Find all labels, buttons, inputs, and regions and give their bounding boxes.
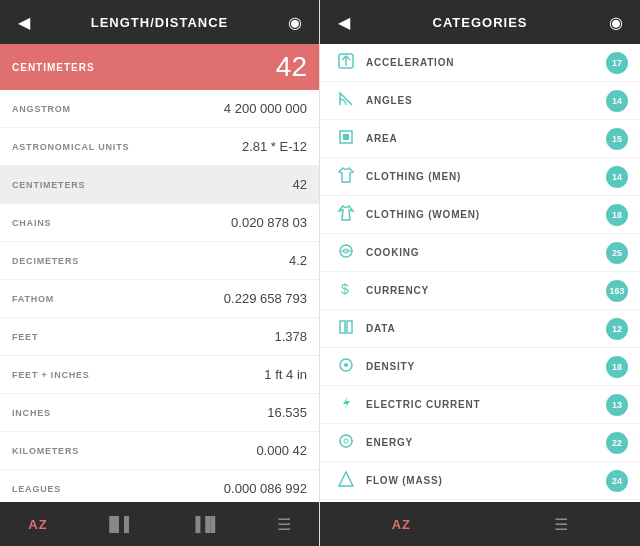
- category-badge: 18: [606, 204, 628, 226]
- svg-point-11: [344, 363, 348, 367]
- back-button-left[interactable]: ◀: [12, 13, 36, 32]
- category-name: CURRENCY: [360, 285, 606, 296]
- back-button-right[interactable]: ◀: [332, 13, 356, 32]
- left-panel: ◀ LENGTH/DISTANCE ◉ CENTIMETERS 42 ANGST…: [0, 0, 320, 546]
- conversion-row[interactable]: FEET + INCHES 1 ft 4 in: [0, 356, 319, 394]
- category-badge: 14: [606, 166, 628, 188]
- conversion-unit-name: FEET: [12, 332, 38, 342]
- category-row[interactable]: $ CURRENCY 163: [320, 272, 640, 310]
- right-panel: ◀ CATEGORIES ◉ ACCELERATION 17 ANGLES 14…: [320, 0, 640, 546]
- conversion-list: ANGSTROM 4 200 000 000 ASTRONOMICAL UNIT…: [0, 90, 319, 502]
- conversion-row[interactable]: CENTIMETERS 42: [0, 166, 319, 204]
- svg-point-12: [340, 435, 352, 447]
- active-unit-row[interactable]: CENTIMETERS 42: [0, 44, 319, 90]
- conversion-unit-name: INCHES: [12, 408, 51, 418]
- left-title: LENGTH/DISTANCE: [36, 15, 283, 30]
- category-badge: 22: [606, 432, 628, 454]
- category-badge: 18: [606, 356, 628, 378]
- category-badge: 13: [606, 394, 628, 416]
- conversion-row[interactable]: KILOMETERS 0.000 42: [0, 432, 319, 470]
- bar-chart2-icon-left[interactable]: ▐▐▌: [190, 516, 220, 532]
- bar-chart-icon-left[interactable]: ▐▌▌: [104, 516, 134, 532]
- category-name: DATA: [360, 323, 606, 334]
- acceleration-icon: [332, 52, 360, 74]
- conversion-row[interactable]: ASTRONOMICAL UNITS 2.81 * E-12: [0, 128, 319, 166]
- conversion-row[interactable]: INCHES 16.535: [0, 394, 319, 432]
- category-row[interactable]: FLOW (MASS) 24: [320, 462, 640, 500]
- sort-az-button-right[interactable]: AZ: [392, 517, 411, 532]
- conversion-unit-value: 42: [293, 177, 307, 192]
- data-icon: [332, 318, 360, 340]
- category-badge: 25: [606, 242, 628, 264]
- conversion-unit-name: LEAGUES: [12, 484, 61, 494]
- category-name: AREA: [360, 133, 606, 144]
- category-name: ACCELERATION: [360, 57, 606, 68]
- category-row[interactable]: ANGLES 14: [320, 82, 640, 120]
- info-button-left[interactable]: ◉: [283, 13, 307, 32]
- energy-icon: [332, 432, 360, 454]
- category-row[interactable]: ELECTRIC CURRENT 13: [320, 386, 640, 424]
- conversion-unit-value: 0.000 086 992: [224, 481, 307, 496]
- category-row[interactable]: DATA 12: [320, 310, 640, 348]
- conversion-unit-name: FEET + INCHES: [12, 370, 90, 380]
- conversion-unit-name: CHAINS: [12, 218, 51, 228]
- active-unit-label: CENTIMETERS: [12, 62, 95, 73]
- category-badge: 163: [606, 280, 628, 302]
- category-name: FLOW (MASS): [360, 475, 606, 486]
- categories-list: ACCELERATION 17 ANGLES 14 AREA 15 CLOTHI…: [320, 44, 640, 502]
- cooking-icon: [332, 242, 360, 264]
- svg-rect-9: [347, 321, 352, 333]
- left-header: ◀ LENGTH/DISTANCE ◉: [0, 0, 319, 44]
- conversion-row[interactable]: DECIMETERS 4.2: [0, 242, 319, 280]
- conversion-unit-value: 16.535: [267, 405, 307, 420]
- category-name: CLOTHING (MEN): [360, 171, 606, 182]
- conversion-row[interactable]: FEET 1.378: [0, 318, 319, 356]
- conversion-row[interactable]: CHAINS 0.020 878 03: [0, 204, 319, 242]
- svg-marker-18: [339, 472, 353, 486]
- conversion-unit-name: DECIMETERS: [12, 256, 79, 266]
- conversion-unit-name: CENTIMETERS: [12, 180, 85, 190]
- area-icon: [332, 128, 360, 150]
- category-row[interactable]: AREA 15: [320, 120, 640, 158]
- currency-icon: $: [332, 280, 360, 302]
- category-name: COOKING: [360, 247, 606, 258]
- category-badge: 14: [606, 90, 628, 112]
- clothing-men-icon: [332, 166, 360, 188]
- sort-az-button-left[interactable]: AZ: [28, 517, 47, 532]
- svg-point-13: [344, 439, 348, 443]
- info-button-right[interactable]: ◉: [604, 13, 628, 32]
- category-row[interactable]: ACCELERATION 17: [320, 44, 640, 82]
- conversion-row[interactable]: LEAGUES 0.000 086 992: [0, 470, 319, 502]
- active-unit-value: 42: [276, 51, 307, 83]
- menu-icon-right[interactable]: ☰: [554, 515, 568, 534]
- menu-icon-left[interactable]: ☰: [277, 515, 291, 534]
- right-header: ◀ CATEGORIES ◉: [320, 0, 640, 44]
- category-row[interactable]: ENERGY 22: [320, 424, 640, 462]
- conversion-unit-value: 0.229 658 793: [224, 291, 307, 306]
- conversion-unit-value: 1.378: [274, 329, 307, 344]
- conversion-unit-value: 4.2: [289, 253, 307, 268]
- category-badge: 24: [606, 470, 628, 492]
- category-row[interactable]: COOKING 25: [320, 234, 640, 272]
- conversion-unit-name: KILOMETERS: [12, 446, 79, 456]
- conversion-row[interactable]: FATHOM 0.229 658 793: [0, 280, 319, 318]
- angles-icon: [332, 90, 360, 112]
- category-row[interactable]: CLOTHING (MEN) 14: [320, 158, 640, 196]
- category-badge: 12: [606, 318, 628, 340]
- svg-rect-8: [340, 321, 345, 333]
- conversion-unit-name: FATHOM: [12, 294, 54, 304]
- category-row[interactable]: DENSITY 18: [320, 348, 640, 386]
- category-row[interactable]: CLOTHING (WOMEN) 18: [320, 196, 640, 234]
- left-footer: AZ ▐▌▌ ▐▐▌ ☰: [0, 502, 319, 546]
- category-name: CLOTHING (WOMEN): [360, 209, 606, 220]
- conversion-row[interactable]: ANGSTROM 4 200 000 000: [0, 90, 319, 128]
- conversion-unit-value: 2.81 * E-12: [242, 139, 307, 154]
- right-title: CATEGORIES: [356, 15, 604, 30]
- conversion-unit-value: 0.020 878 03: [231, 215, 307, 230]
- category-name: DENSITY: [360, 361, 606, 372]
- category-badge: 15: [606, 128, 628, 150]
- category-badge: 17: [606, 52, 628, 74]
- conversion-unit-value: 1 ft 4 in: [264, 367, 307, 382]
- svg-text:$: $: [341, 281, 349, 297]
- right-footer: AZ ☰: [320, 502, 640, 546]
